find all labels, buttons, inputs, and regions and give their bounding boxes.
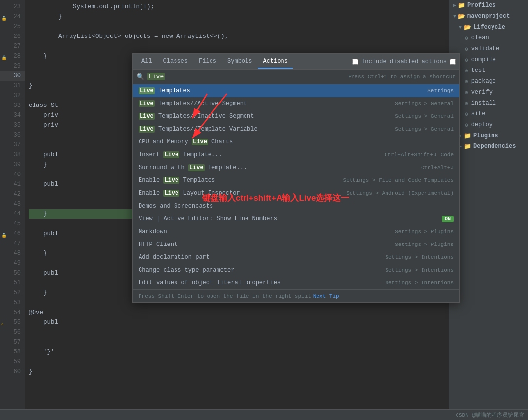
result-highlight: Live bbox=[163, 151, 179, 158]
sidebar-item-label: validate bbox=[471, 45, 500, 52]
line-number-28: 28🔒 bbox=[0, 51, 25, 61]
sidebar-item-label: clean bbox=[471, 35, 489, 41]
code-line-55: publ bbox=[29, 317, 445, 327]
sidebar-folder-label: Plugins bbox=[473, 132, 498, 139]
sidebar-item-label: deploy bbox=[471, 121, 493, 128]
sidebar-item-install[interactable]: ⚙install bbox=[449, 98, 528, 108]
right-sidebar: ▶📁Profiles▼📂mavenproject▼📂Lifecycle⚙clea… bbox=[449, 0, 528, 420]
sidebar-item-site[interactable]: ⚙site bbox=[449, 108, 528, 119]
sidebar-item-package[interactable]: ⚙package bbox=[449, 76, 528, 87]
result-item[interactable]: Live TemplatesSettings bbox=[133, 84, 459, 97]
code-line-59 bbox=[29, 357, 445, 367]
popup-tabs-bar: All Classes Files Symbols Actions Includ… bbox=[133, 54, 459, 70]
result-path: Settings > General bbox=[395, 101, 454, 106]
result-item[interactable]: HTTP ClientSettings > Plugins bbox=[133, 238, 459, 251]
result-highlight: Live bbox=[139, 87, 155, 94]
include-disabled-label: Include disabled actions bbox=[361, 58, 447, 65]
line-number-31: 31 bbox=[0, 81, 25, 91]
tab-all[interactable]: All bbox=[137, 55, 157, 69]
line-number-39: 39 bbox=[0, 160, 25, 170]
sidebar-item-label: package bbox=[471, 78, 496, 85]
sidebar-folder-plugins[interactable]: ▶📁Plugins bbox=[449, 130, 528, 141]
result-text: Live Templates//Active Segment bbox=[139, 100, 391, 107]
line-number-45: 45 bbox=[0, 219, 25, 229]
sidebar-folder-profiles[interactable]: ▶📁Profiles bbox=[449, 0, 528, 11]
result-path: Settings > Plugins bbox=[395, 229, 454, 235]
folder-arrow-icon: ▼ bbox=[453, 14, 456, 19]
line-number-29: 29 bbox=[0, 61, 25, 71]
gear-icon: ⚙ bbox=[465, 111, 468, 117]
result-highlight: Live bbox=[192, 139, 208, 145]
result-item[interactable]: Live Templates//Template VariableSetting… bbox=[133, 123, 459, 136]
sidebar-folder-dependencies[interactable]: ▶📁Dependencies bbox=[449, 141, 528, 152]
line-number-49: 49 bbox=[0, 258, 25, 268]
sidebar-item-verify[interactable]: ⚙verify bbox=[449, 87, 528, 98]
gear-icon: ⚙ bbox=[465, 46, 468, 52]
sidebar-folder-label: Lifecycle bbox=[473, 24, 505, 31]
folder-arrow-icon: ▶ bbox=[453, 2, 456, 8]
result-item[interactable]: Add declaration partSettings > Intention… bbox=[133, 251, 459, 264]
result-path: Settings > Intentions bbox=[385, 267, 454, 273]
next-tip-link[interactable]: Next Tip bbox=[313, 293, 339, 299]
result-item[interactable]: Insert Live Template...Ctrl+Alt+Shift+JC… bbox=[133, 148, 459, 161]
gear-icon: ⚙ bbox=[465, 122, 468, 128]
include-disabled-checkbox[interactable] bbox=[352, 59, 358, 65]
sidebar-item-test[interactable]: ⚙test bbox=[449, 65, 528, 76]
result-item[interactable]: Live Templates//Inactive SegmentSettings… bbox=[133, 110, 459, 123]
gear-icon: ⚙ bbox=[465, 89, 468, 96]
result-item[interactable]: Edit values of object literal properties… bbox=[133, 277, 459, 289]
line-number-35: 35 bbox=[0, 120, 25, 130]
result-item[interactable]: Surround with Live Template...Ctrl+Alt+J bbox=[133, 161, 459, 174]
tab-files[interactable]: Files bbox=[194, 55, 221, 69]
result-path: Settings > Intentions bbox=[385, 280, 454, 286]
result-highlight: Live bbox=[139, 100, 155, 107]
tab-actions[interactable]: Actions bbox=[258, 55, 292, 69]
result-text: Surround with Live Template... bbox=[139, 164, 417, 171]
sidebar-folder-mavenproject[interactable]: ▼📂mavenproject bbox=[449, 11, 528, 22]
result-shortcut: Ctrl+Alt+J bbox=[421, 165, 454, 171]
line-number-52: 52 bbox=[0, 288, 25, 298]
result-item[interactable]: Demos and Screencasts bbox=[133, 200, 459, 212]
sidebar-item-compile[interactable]: ⚙compile bbox=[449, 54, 528, 65]
result-highlight: Live bbox=[188, 164, 205, 171]
code-line-54: @Ove bbox=[29, 308, 445, 317]
gear-icon: ⚙ bbox=[465, 35, 468, 41]
result-path: Code bbox=[441, 152, 454, 158]
search-highlight: Live bbox=[147, 73, 165, 80]
folder-icon: 📂 bbox=[464, 24, 471, 31]
result-item[interactable]: CPU and Memory Live Charts bbox=[133, 136, 459, 148]
search-value-display: Live bbox=[147, 73, 165, 80]
result-item[interactable]: View | Active Editor: Show Line NumbersO… bbox=[133, 212, 459, 225]
include-disabled-checkbox2[interactable] bbox=[450, 59, 456, 65]
result-path: Settings > General bbox=[395, 113, 454, 119]
code-line-27 bbox=[29, 41, 445, 51]
result-highlight: Live bbox=[163, 177, 179, 184]
result-highlight: Live bbox=[163, 190, 179, 197]
line-number-47: 47 bbox=[0, 239, 25, 248]
result-item[interactable]: Enable Live TemplatesSettings > File and… bbox=[133, 174, 459, 187]
sidebar-folder-label: mavenproject bbox=[467, 13, 510, 20]
sidebar-item-validate[interactable]: ⚙validate bbox=[449, 43, 528, 54]
sidebar-folder-label: Dependencies bbox=[473, 143, 516, 150]
result-item[interactable]: Live Templates//Active SegmentSettings >… bbox=[133, 97, 459, 110]
line-number-37: 37 bbox=[0, 140, 25, 150]
sidebar-item-clean[interactable]: ⚙clean bbox=[449, 33, 528, 43]
line-number-53: 53 bbox=[0, 298, 25, 308]
result-item[interactable]: Change class type parameterSettings > In… bbox=[133, 264, 459, 277]
sidebar-item-deploy[interactable]: ⚙deploy bbox=[449, 119, 528, 130]
result-text: CPU and Memory Live Charts bbox=[139, 139, 454, 145]
sidebar-item-label: site bbox=[471, 110, 486, 117]
sidebar-folder-label: Profiles bbox=[467, 2, 496, 9]
sidebar-item-label: test bbox=[471, 67, 486, 74]
folder-arrow-icon: ▼ bbox=[459, 25, 462, 30]
tab-classes[interactable]: Classes bbox=[158, 55, 193, 69]
bottom-bar: CSDN @喵喵的程序员铲尿官 bbox=[0, 409, 528, 420]
line-number-43: 43 bbox=[0, 199, 25, 209]
line-number-24: 24🔒 bbox=[0, 12, 25, 22]
code-line-23: System.out.println(i); bbox=[29, 2, 445, 12]
tab-symbols[interactable]: Symbols bbox=[222, 55, 257, 69]
result-item[interactable]: MarkdownSettings > Plugins bbox=[133, 225, 459, 238]
sidebar-folder-lifecycle[interactable]: ▼📂Lifecycle bbox=[449, 22, 528, 33]
result-item[interactable]: Enable Live Layout InspectorSettings > A… bbox=[133, 187, 459, 200]
popup-results[interactable]: Live TemplatesSettingsLive Templates//Ac… bbox=[133, 84, 459, 289]
